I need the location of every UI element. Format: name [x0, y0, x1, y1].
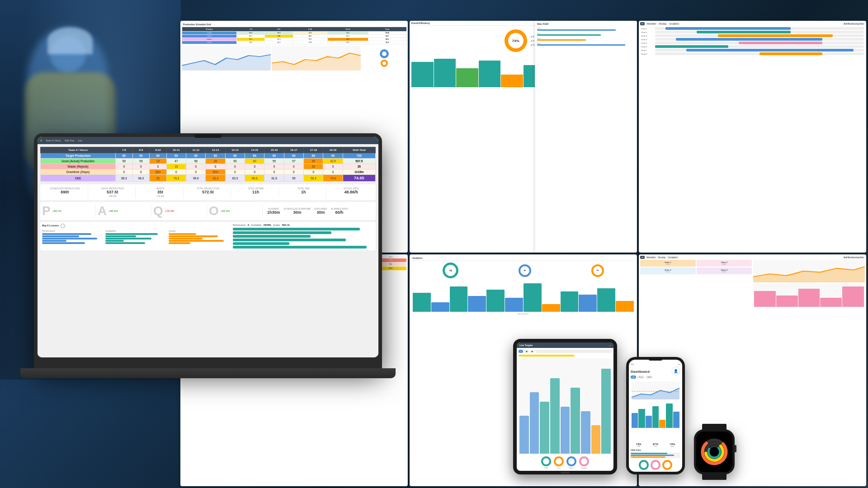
tablet-search[interactable]	[536, 350, 612, 353]
sch-row1: Line A 98.3 96.6 25.0 78.3 74.65	[182, 32, 406, 35]
losses-columns: Performance Availability	[42, 230, 230, 244]
ph-b-1	[632, 413, 638, 428]
p6-add-btn[interactable]: Add Manufacturing Data	[843, 256, 865, 259]
p6-card-2: Order 2 88.3%	[697, 260, 752, 267]
mini-donuts	[362, 46, 406, 70]
p6-m-bar-1	[754, 291, 776, 307]
col-13: 13-14	[225, 147, 245, 153]
cell-t-6: 60	[206, 153, 225, 159]
gantt-tab-4[interactable]: Completed	[668, 22, 679, 25]
prog-fill-3	[631, 456, 665, 458]
cell-o-6: 33.3	[206, 175, 225, 182]
sch-col1: Product	[182, 27, 237, 32]
tablet-nav-btn-2[interactable]: ◀	[524, 350, 529, 353]
a-bar-11	[597, 288, 615, 312]
p6-tab-scheduled[interactable]: Scheduled	[645, 256, 656, 259]
tablet-main-chart	[519, 358, 612, 455]
perf-score-label: Performance	[233, 224, 246, 226]
gantt-row-4: Order 4	[641, 38, 864, 41]
panel6-tabs: All Scheduled Running Completed Add Manu…	[640, 256, 865, 259]
cell-t-1: 60	[116, 153, 133, 159]
paqo-o-pct: +90.5%	[221, 210, 230, 212]
watch-ring-svg	[701, 438, 728, 465]
sch-r2-prod: Line B	[182, 35, 237, 38]
gantt-fill-8	[760, 52, 822, 55]
tablet-close[interactable]: ✕	[609, 344, 611, 347]
row-label-actual: Good (Actual) Production	[41, 159, 116, 164]
sch-r4-c4: 30.5	[327, 41, 368, 44]
paqo-rate-value: 60/h	[331, 210, 348, 215]
gantt-tab-3[interactable]: Running	[658, 22, 667, 25]
paqo-q: Q +70.4%	[153, 205, 207, 217]
oee-bar-4	[479, 61, 501, 88]
phone-bar-area	[632, 401, 679, 428]
gantt-row-7: Order 7	[641, 49, 864, 52]
perf-bar-3	[42, 238, 97, 239]
phone-content: 9:41 ▪▪▪ Dashboard 👤 All Prod OEE	[629, 360, 682, 472]
cell-o-1: 98.3	[116, 175, 133, 182]
stat-scheduled-value: 690t	[43, 190, 87, 194]
cell-d-1: 0	[116, 169, 133, 175]
sch-r2-c4: 91.2	[327, 35, 368, 38]
watch-band-bottom	[702, 474, 726, 480]
paqo-a: A +88.3%	[98, 205, 151, 217]
phone-donuts	[631, 460, 680, 470]
prog-bar-2	[631, 455, 680, 456]
sch-r1-total: 74.65	[368, 32, 406, 35]
radial-gauges: 74 87 70	[411, 261, 636, 280]
p6-tab-running[interactable]: Running	[657, 256, 666, 259]
phone-title: Dashboard	[631, 370, 650, 374]
paqo-q-pct: +70.4%	[165, 210, 175, 212]
phone-nav-oee[interactable]: OEE	[646, 375, 653, 379]
panel-gantt-inner: All Scheduled Running Completed Add Manu…	[639, 21, 866, 253]
watch-crown[interactable]	[734, 445, 736, 452]
phone-nav-all[interactable]: All	[631, 375, 636, 379]
sch-r2-c2: 100	[265, 35, 293, 38]
sch-row3: Line C 35.5 82.3 90.1 33.3 60.3	[182, 38, 406, 41]
cell-w-8: 0	[245, 164, 264, 169]
phone-kpi-perf: 87% Perf	[653, 443, 658, 447]
cell-o-4: 78.3	[166, 175, 186, 182]
gantt-row-6: Order 6	[641, 45, 864, 48]
stat-total-prod: TOTAL PRODUCTION 572.5t	[185, 186, 231, 198]
tablet-nav-btn-3[interactable]: ▶	[530, 350, 535, 353]
p6-tab-all[interactable]: All	[640, 256, 645, 259]
sch-r3-c4: 33.3	[327, 38, 368, 41]
oee-gauge-value: 74%	[512, 39, 519, 43]
gantt-add-btn[interactable]: Add Manufacturing Data	[843, 22, 865, 25]
phone-kpi-qual: 70% Qual	[670, 443, 675, 447]
phone-nav-prod[interactable]: Prod	[637, 375, 644, 379]
paqo-explained-value: 30m	[315, 210, 327, 215]
sch-r1-c3: 25.0	[293, 32, 327, 35]
gantt-tab-1[interactable]: All	[640, 22, 645, 25]
site-line2-bar	[537, 34, 601, 36]
cell-a-10: 57	[284, 159, 303, 164]
sch-r2-c1: 95.1	[237, 35, 265, 38]
ph-b-4	[652, 406, 659, 428]
panel-oee: Overall Efficiency 74% ● P: 86.7% ● A: 8…	[410, 21, 637, 253]
cell-t-9: 60	[264, 153, 284, 159]
p6-card-1: Order 1 74.6%	[640, 260, 696, 267]
cell-o-7: 83.3	[225, 175, 245, 182]
phone-avatar: 👤	[671, 366, 680, 375]
tablet-donut-row: OEE Perf Avail Quality	[519, 456, 612, 469]
sch-r1-c2: 96.6	[265, 32, 293, 35]
tablet-nav-btn-1[interactable]: ●	[519, 350, 523, 353]
oee-bar-3	[456, 68, 478, 87]
row-label-target: Target Production	[41, 153, 116, 159]
t-donut-metric-1: OEE	[541, 456, 551, 469]
perf-h-bar-3	[233, 235, 374, 238]
sch-col6: Total	[368, 27, 406, 32]
tablet-home-button[interactable]	[561, 472, 570, 474]
phone-time: 9:41	[631, 363, 634, 366]
site-line-2: Line	[537, 32, 635, 36]
cell-o-3: 25	[150, 175, 167, 182]
gantt-tab-2[interactable]: Scheduled	[646, 22, 657, 25]
avail-value: 2908ft	[264, 224, 271, 226]
svg-marker-2	[753, 267, 865, 282]
mini-chart-1	[182, 46, 271, 70]
losses-quality-title: Quality	[169, 230, 230, 232]
t-donut-3	[566, 456, 576, 466]
p6-tab-completed[interactable]: Completed	[667, 256, 678, 259]
p6-card-1-sub: 74.6%	[642, 263, 694, 265]
